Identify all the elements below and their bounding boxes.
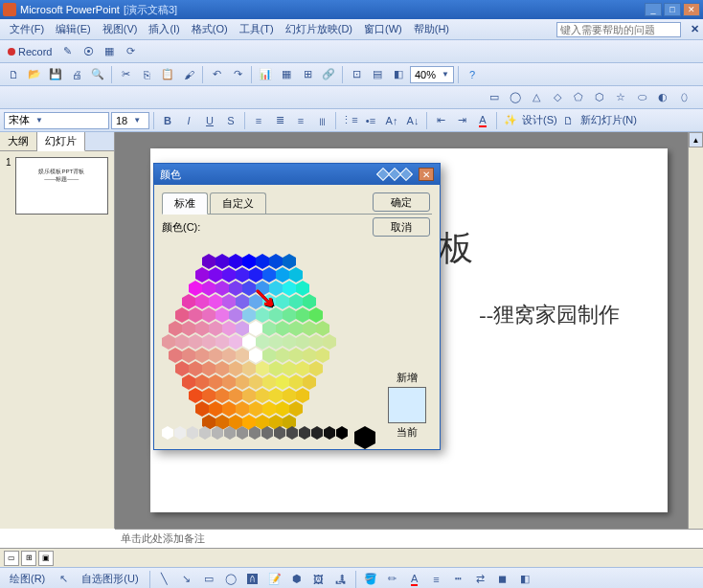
align-center-button[interactable]: ≣ — [270, 111, 289, 130]
color-hex-cell[interactable] — [236, 374, 249, 390]
color-hex-cell[interactable] — [195, 401, 209, 417]
color-hex-cell[interactable] — [249, 267, 262, 283]
3d-style-button[interactable]: ◧ — [515, 570, 534, 589]
color-hex-cell[interactable] — [236, 348, 249, 363]
color-hex-cell[interactable] — [296, 307, 309, 323]
color-hex-cell[interactable] — [262, 267, 276, 283]
shape-8[interactable]: ⬭ — [632, 88, 651, 107]
gray-hex-cell[interactable] — [187, 426, 198, 440]
color-hex-cell[interactable] — [249, 348, 262, 363]
preview-button[interactable]: 🔍 — [88, 65, 107, 84]
color-hex-cell[interactable] — [242, 254, 256, 269]
print-button[interactable]: 🖨 — [67, 65, 86, 84]
color-hex-cell[interactable] — [276, 374, 289, 390]
color-hex-cell[interactable] — [195, 348, 209, 363]
color-hex-cell[interactable] — [182, 294, 195, 309]
decrease-indent-button[interactable]: ⇤ — [431, 111, 450, 130]
gray-hex-cell[interactable] — [336, 426, 348, 440]
color-hexagon[interactable] — [162, 254, 325, 417]
align-left-button[interactable]: ≡ — [249, 111, 268, 130]
color-hex-cell[interactable] — [283, 307, 296, 323]
tool-2[interactable]: ⦿ — [79, 42, 98, 61]
color-hex-cell[interactable] — [162, 334, 175, 350]
decrease-font-button[interactable]: A↓ — [403, 111, 422, 130]
normal-view-button[interactable]: ▭ — [4, 551, 19, 566]
color-hex-cell[interactable] — [303, 321, 316, 336]
help-search-input[interactable] — [556, 22, 681, 37]
color-hex-cell[interactable] — [215, 281, 229, 296]
new-button[interactable]: 🗋 — [4, 65, 23, 84]
slides-tab[interactable]: 幻灯片 — [37, 132, 85, 151]
scroll-up-button[interactable]: ▲ — [689, 132, 703, 147]
color-hex-cell[interactable] — [276, 401, 289, 417]
menu-window[interactable]: 窗口(W) — [358, 20, 408, 38]
color-hex-cell[interactable] — [296, 281, 309, 296]
color-hex-cell[interactable] — [256, 361, 269, 376]
color-hex-cell[interactable] — [249, 401, 262, 417]
color-hex-cell[interactable] — [222, 294, 236, 309]
color-hex-cell[interactable] — [229, 281, 242, 296]
color-hex-cell[interactable] — [289, 374, 303, 390]
color-hex-cell[interactable] — [229, 388, 242, 403]
color-hex-cell[interactable] — [249, 374, 262, 390]
doc-close-button[interactable]: ✕ — [691, 23, 699, 35]
bold-button[interactable]: B — [158, 111, 177, 130]
maximize-button[interactable]: □ — [664, 3, 681, 16]
color-hex-cell[interactable] — [236, 321, 249, 336]
color-hex-cell[interactable] — [236, 294, 249, 309]
color-hex-cell[interactable] — [202, 334, 215, 350]
color-hex-cell[interactable] — [242, 281, 256, 296]
gray-hex-cell[interactable] — [299, 426, 310, 440]
oval-button[interactable]: ◯ — [221, 570, 240, 589]
color-hex-cell[interactable] — [222, 267, 236, 283]
color-hex-cell[interactable] — [242, 361, 256, 376]
color-hex-cell[interactable] — [215, 361, 229, 376]
color-hex-cell[interactable] — [262, 321, 276, 336]
color-hex-cell[interactable] — [202, 361, 215, 376]
color-hex-cell[interactable] — [309, 334, 323, 350]
color-hex-cell[interactable] — [175, 307, 189, 323]
color-hex-cell[interactable] — [209, 267, 222, 283]
color-hex-cell[interactable] — [269, 254, 283, 269]
color-hex-cell[interactable] — [309, 361, 323, 376]
color-hex-cell[interactable] — [242, 334, 256, 350]
tables-button[interactable]: ⊞ — [298, 65, 317, 84]
color-hex-cell[interactable] — [269, 388, 283, 403]
sorter-view-button[interactable]: ⊞ — [21, 551, 36, 566]
font-name-combo[interactable]: 宋体▼ — [4, 112, 109, 129]
color-hex-cell[interactable] — [242, 388, 256, 403]
picture-button[interactable]: 🏞 — [331, 570, 351, 589]
color-hex-cell[interactable] — [276, 267, 289, 283]
gray-hex-cell[interactable] — [162, 426, 173, 440]
diagram-button[interactable]: ⬢ — [287, 570, 306, 589]
shape-5[interactable]: ⬠ — [569, 88, 588, 107]
textbox-button[interactable]: 🅰 — [243, 570, 262, 589]
design-button[interactable]: ✨ — [501, 111, 520, 130]
color-hex-cell[interactable] — [169, 348, 182, 363]
color-hex-cell[interactable] — [283, 388, 296, 403]
gray-hex-cell[interactable] — [324, 426, 335, 440]
color-hex-cell[interactable] — [303, 294, 316, 309]
color-hex-cell[interactable] — [303, 374, 316, 390]
standard-tab[interactable]: 标准 — [162, 192, 208, 215]
increase-indent-button[interactable]: ⇥ — [452, 111, 471, 130]
menu-slideshow[interactable]: 幻灯片放映(D) — [280, 20, 358, 38]
copy-button[interactable]: ⎘ — [137, 65, 156, 84]
color-hex-cell[interactable] — [189, 388, 202, 403]
dash-style-button[interactable]: ┅ — [449, 570, 468, 589]
distribute-button[interactable]: ⫼ — [312, 111, 331, 130]
redo-button[interactable]: ↷ — [228, 65, 247, 84]
color-hex-cell[interactable] — [296, 334, 309, 350]
expand-button[interactable]: ⊡ — [347, 65, 366, 84]
hyperlink-button[interactable]: 🔗 — [319, 65, 338, 84]
shape-10[interactable]: ⬯ — [674, 88, 693, 107]
color-hex-cell[interactable] — [195, 321, 209, 336]
color-hex-cell[interactable] — [209, 321, 222, 336]
color-hex-cell[interactable] — [262, 374, 276, 390]
italic-button[interactable]: I — [179, 111, 198, 130]
notes-pane[interactable]: 单击此处添加备注 — [115, 529, 703, 548]
dialog-titlebar[interactable]: 颜色 ✕ — [154, 164, 440, 185]
shadow-style-button[interactable]: ◼ — [493, 570, 512, 589]
autoshape-menu[interactable]: 自选图形(U) — [76, 572, 144, 586]
color-hex-cell[interactable] — [202, 254, 215, 269]
